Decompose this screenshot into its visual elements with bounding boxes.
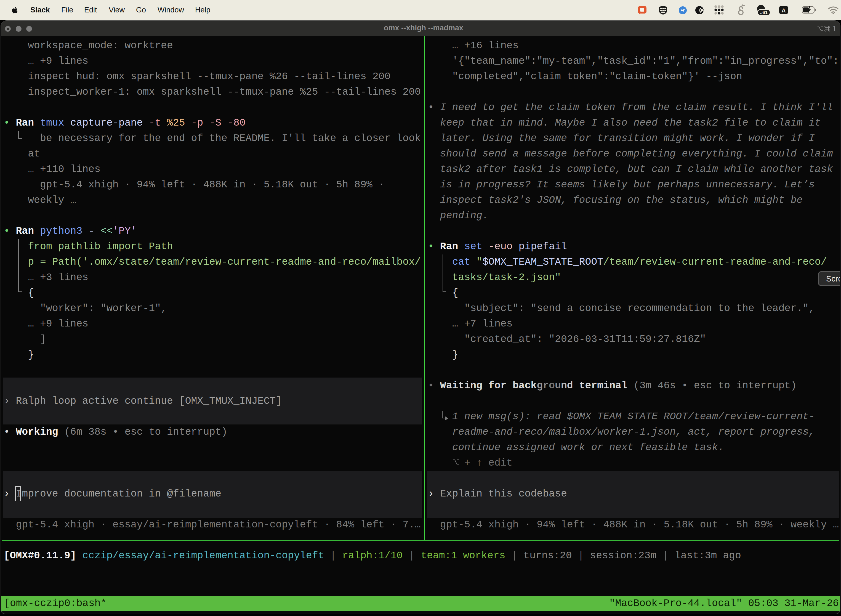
svg-text:..61: ..61 [760,10,768,15]
svg-text:A: A [781,7,785,13]
